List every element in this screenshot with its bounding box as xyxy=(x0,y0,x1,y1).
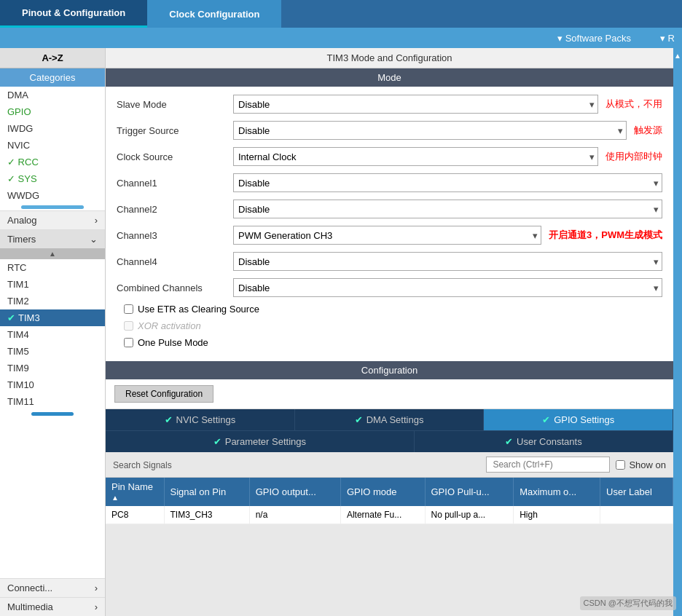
tim3-title: TIM3 Mode and Configuration xyxy=(327,52,452,63)
sidebar-item-rcc[interactable]: ✓ RCC xyxy=(0,154,105,170)
sidebar-item-tim9[interactable]: TIM9 xyxy=(0,360,105,376)
slave-mode-row: Slave Mode Disable ▾ 从模式，不用 xyxy=(117,94,662,114)
r-item[interactable]: ▾ R xyxy=(660,33,675,44)
sidebar-connectivity[interactable]: Connecti... › xyxy=(0,578,105,597)
software-packs-bar: ▾ Software Packs ▾ R xyxy=(0,28,682,48)
sidebar-item-tim3[interactable]: ✔ TIM3 xyxy=(0,309,105,326)
xor-row: XOR activation xyxy=(117,320,662,331)
r-label: ▾ R xyxy=(660,33,675,44)
categories-label: Categories xyxy=(30,72,76,83)
connectivity-chevron-icon: › xyxy=(95,583,98,593)
sidebar-az[interactable]: A->Z xyxy=(0,48,105,68)
col-max-output-label: Maximum o... xyxy=(520,486,576,497)
sidebar-item-sys[interactable]: ✓ SYS xyxy=(0,170,105,187)
use-etr-checkbox[interactable] xyxy=(124,304,133,314)
sidebar-item-rtc[interactable]: RTC xyxy=(0,259,105,276)
col-gpio-pull[interactable]: GPIO Pull-u... xyxy=(425,478,514,506)
channel1-select[interactable]: Disable xyxy=(233,173,662,192)
tab-user-constants[interactable]: ✔ User Constants xyxy=(415,431,673,452)
one-pulse-checkbox[interactable] xyxy=(124,338,133,347)
user-tab-label: User Constants xyxy=(517,436,582,447)
channel1-label: Channel1 xyxy=(117,178,233,189)
combined-channels-select[interactable]: Disable xyxy=(233,278,662,297)
trigger-source-select[interactable]: Disable xyxy=(233,121,627,140)
clock-source-select-wrapper: Internal Clock ▾ xyxy=(233,147,598,166)
channel3-select[interactable]: PWM Generation CH3 xyxy=(233,226,541,245)
sidebar-item-dma[interactable]: DMA xyxy=(0,87,105,103)
channel4-select[interactable]: Disable xyxy=(233,252,662,271)
search-input[interactable] xyxy=(486,457,610,473)
tab-pinout[interactable]: Pinout & Configuration xyxy=(0,0,147,28)
col-gpio-pull-label: GPIO Pull-u... xyxy=(431,486,490,497)
table-row[interactable]: PC8 TIM3_CH3 n/a Alternate Fu... No pull… xyxy=(106,506,673,524)
tab-clock-label: Clock Configuration xyxy=(169,9,259,20)
col-gpio-mode[interactable]: GPIO mode xyxy=(340,478,425,506)
col-gpio-mode-label: GPIO mode xyxy=(347,486,397,497)
tab-parameter-settings[interactable]: ✔ Parameter Settings xyxy=(106,431,415,452)
table-header-row: Pin Name ▲ Signal on Pin GPIO output... … xyxy=(106,478,673,506)
col-pin-name[interactable]: Pin Name ▲ xyxy=(106,478,164,506)
one-pulse-row: One Pulse Mode xyxy=(117,337,662,348)
content-area: TIM3 Mode and Configuration Mode Slave M… xyxy=(106,48,673,616)
sidebar-item-gpio[interactable]: GPIO xyxy=(0,103,105,120)
cell-max-output: High xyxy=(514,506,600,524)
tab-gpio-settings[interactable]: ✔ GPIO Settings xyxy=(484,409,673,430)
sidebar-analog[interactable]: Analog › xyxy=(0,210,105,229)
form-area: Slave Mode Disable ▾ 从模式，不用 Trigger Sour… xyxy=(106,87,673,361)
software-packs-item[interactable]: ▾ Software Packs xyxy=(557,33,631,44)
col-user-label-label: User Label xyxy=(606,486,652,497)
col-user-label[interactable]: User Label xyxy=(600,478,673,506)
sidebar-item-tim4[interactable]: TIM4 xyxy=(0,326,105,343)
sidebar-item-iwdg[interactable]: IWDG xyxy=(0,120,105,137)
xor-checkbox[interactable] xyxy=(124,321,133,331)
col-signal[interactable]: Signal on Pin xyxy=(164,478,249,506)
reset-config-button[interactable]: Reset Configuration xyxy=(114,385,213,403)
channel3-select-wrapper: PWM Generation CH3 ▾ xyxy=(233,226,541,245)
sidebar-item-wwdg[interactable]: WWDG xyxy=(0,187,105,204)
clock-source-select[interactable]: Internal Clock xyxy=(233,147,598,166)
tab-dma-settings[interactable]: ✔ DMA Settings xyxy=(295,409,485,430)
tim3-label: TIM3 xyxy=(18,312,40,323)
sidebar-timers[interactable]: Timers ⌄ xyxy=(0,229,105,248)
tab-nvic-settings[interactable]: ✔ NVIC Settings xyxy=(106,409,295,430)
combined-channels-select-wrapper: Disable ▾ xyxy=(233,278,662,297)
multimedia-chevron-icon: › xyxy=(95,601,98,612)
gpio-table: Pin Name ▲ Signal on Pin GPIO output... … xyxy=(106,478,673,524)
channel4-select-wrapper: Disable ▾ xyxy=(233,252,662,271)
dma-tab-label: DMA Settings xyxy=(367,414,424,425)
channel2-select[interactable]: Disable xyxy=(233,200,662,218)
top-header: Pinout & Configuration Clock Configurati… xyxy=(0,0,682,28)
col-max-output[interactable]: Maximum o... xyxy=(514,478,600,506)
search-bar: Search Signals Show on xyxy=(106,452,673,478)
sidebar-item-tim2[interactable]: TIM2 xyxy=(0,293,105,309)
search-label: Search Signals xyxy=(113,460,172,470)
channel1-row: Channel1 Disable ▾ xyxy=(117,173,662,193)
az-label: A->Z xyxy=(42,52,63,63)
right-edge-scroll[interactable]: ▲ xyxy=(673,48,682,616)
user-check-icon: ✔ xyxy=(505,436,513,447)
slave-mode-select-wrapper: Disable ▾ xyxy=(233,95,598,114)
sidebar-multimedia[interactable]: Multimedia › xyxy=(0,597,105,616)
timers-chevron-icon: ⌄ xyxy=(90,234,98,245)
main-layout: A->Z Categories DMA GPIO IWDG NVIC ✓ RCC… xyxy=(0,48,682,616)
cell-gpio-mode: Alternate Fu... xyxy=(340,506,425,524)
show-on-label: Show on xyxy=(629,459,666,470)
param-tab-label: Parameter Settings xyxy=(225,436,306,447)
channel4-label: Channel4 xyxy=(117,256,233,267)
col-gpio-output[interactable]: GPIO output... xyxy=(249,478,340,506)
nvic-tab-label: NVIC Settings xyxy=(176,414,236,425)
channel3-row: Channel3 PWM Generation CH3 ▾ 开启通道3，PWM生… xyxy=(117,225,662,245)
tab-clock[interactable]: Clock Configuration xyxy=(147,0,281,28)
sidebar-scroll-up[interactable]: ▲ xyxy=(0,248,105,259)
scroll-arrow-icon: ▲ xyxy=(674,52,681,60)
sidebar-item-tim5[interactable]: TIM5 xyxy=(0,343,105,360)
sidebar-item-tim10[interactable]: TIM10 xyxy=(0,376,105,393)
sidebar-item-tim11[interactable]: TIM11 xyxy=(0,393,105,410)
show-on-checkbox[interactable] xyxy=(616,460,625,470)
use-etr-label: Use ETR as Clearing Source xyxy=(138,304,259,315)
use-etr-row: Use ETR as Clearing Source xyxy=(117,304,662,315)
sidebar-item-tim1[interactable]: TIM1 xyxy=(0,276,105,293)
sidebar-item-nvic[interactable]: NVIC xyxy=(0,137,105,154)
config-section: Configuration Reset Configuration ✔ NVIC… xyxy=(106,361,673,524)
slave-mode-select[interactable]: Disable xyxy=(233,95,598,114)
